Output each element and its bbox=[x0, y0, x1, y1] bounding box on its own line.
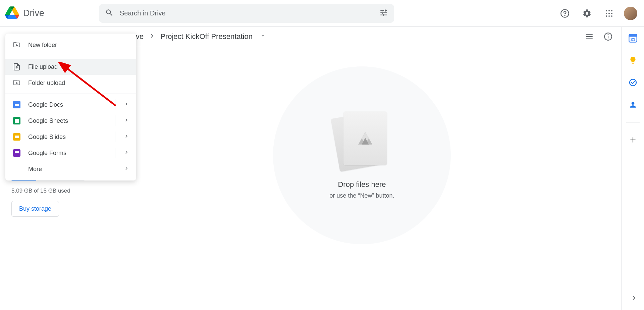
chevron-right-icon bbox=[123, 117, 129, 125]
menu-label: Google Sheets bbox=[28, 117, 68, 124]
slides-icon bbox=[12, 133, 21, 141]
menu-item-file-upload[interactable]: File upload bbox=[5, 59, 136, 75]
svg-point-4 bbox=[611, 10, 612, 11]
chevron-right-icon bbox=[123, 149, 129, 157]
menu-label: Folder upload bbox=[28, 80, 65, 87]
sheets-icon bbox=[12, 117, 21, 124]
main: ve Project KickOff Presentation bbox=[102, 27, 622, 310]
breadcrumb-dropdown-icon[interactable] bbox=[260, 33, 266, 40]
menu-separator bbox=[5, 56, 136, 56]
empty-illustration bbox=[332, 111, 392, 172]
folder-upload-icon bbox=[12, 79, 21, 87]
search-input[interactable] bbox=[119, 9, 379, 17]
chevron-right-icon bbox=[123, 133, 129, 141]
menu-item-more[interactable]: More bbox=[5, 161, 136, 177]
settings-button[interactable] bbox=[580, 6, 594, 21]
keep-icon[interactable] bbox=[628, 56, 638, 65]
menu-label: New folder bbox=[28, 42, 57, 49]
svg-text:31: 31 bbox=[631, 37, 635, 42]
add-addon-icon[interactable] bbox=[628, 135, 638, 145]
app-name: Drive bbox=[23, 8, 44, 18]
search-options-icon[interactable] bbox=[379, 8, 388, 18]
search-bar[interactable] bbox=[99, 4, 394, 23]
buy-storage-button[interactable]: Buy storage bbox=[11, 201, 59, 217]
header: Drive bbox=[0, 0, 644, 27]
menu-label: Google Forms bbox=[28, 150, 66, 157]
header-right bbox=[557, 6, 637, 21]
svg-point-1 bbox=[565, 15, 565, 15]
svg-point-5 bbox=[606, 13, 607, 14]
drop-zone[interactable]: Drop files here or use the “New” button. bbox=[273, 66, 451, 244]
chevron-right-icon bbox=[123, 165, 129, 173]
chevron-right-icon bbox=[123, 101, 129, 109]
menu-label: File upload bbox=[28, 63, 58, 70]
storage-used-text: 5.09 GB of 15 GB used bbox=[11, 188, 92, 194]
menu-item-google-docs[interactable]: Google Docs bbox=[5, 97, 136, 113]
svg-rect-15 bbox=[629, 34, 637, 37]
file-upload-icon bbox=[12, 63, 21, 71]
logo-wrap[interactable]: Drive bbox=[5, 6, 99, 20]
svg-point-9 bbox=[608, 15, 610, 17]
svg-point-6 bbox=[608, 13, 610, 14]
collapse-sidepanel-icon[interactable] bbox=[630, 294, 638, 303]
drop-subtitle: or use the “New” button. bbox=[329, 192, 394, 199]
menu-label: More bbox=[28, 166, 42, 173]
svg-point-3 bbox=[608, 10, 610, 11]
tasks-icon[interactable] bbox=[628, 78, 638, 87]
menu-label: Google Docs bbox=[28, 101, 63, 108]
forms-icon bbox=[12, 149, 21, 157]
breadcrumb-parent-fragment[interactable]: ve bbox=[136, 32, 144, 41]
menu-item-google-slides[interactable]: Google Slides bbox=[5, 129, 136, 145]
new-folder-icon bbox=[12, 41, 21, 49]
breadcrumb-current[interactable]: Project KickOff Presentation bbox=[160, 32, 253, 41]
svg-point-7 bbox=[611, 13, 612, 14]
svg-point-8 bbox=[606, 15, 607, 17]
drop-title: Drop files here bbox=[338, 180, 386, 189]
help-button[interactable] bbox=[557, 6, 572, 21]
apps-button[interactable] bbox=[602, 6, 616, 21]
svg-point-2 bbox=[606, 10, 607, 11]
menu-separator bbox=[5, 94, 136, 94]
svg-point-13 bbox=[608, 35, 608, 35]
svg-point-10 bbox=[611, 15, 612, 17]
new-menu: New folder File upload Folder upload Goo… bbox=[5, 34, 136, 180]
search-icon bbox=[105, 8, 114, 18]
details-button[interactable] bbox=[601, 30, 615, 43]
chevron-right-icon bbox=[148, 32, 156, 41]
menu-item-folder-upload[interactable]: Folder upload bbox=[5, 75, 136, 91]
side-panel-divider bbox=[626, 122, 640, 122]
menu-item-new-folder[interactable]: New folder bbox=[5, 37, 136, 53]
calendar-icon[interactable]: 31 bbox=[628, 34, 638, 43]
toolbar: ve Project KickOff Presentation bbox=[102, 27, 622, 46]
menu-item-google-sheets[interactable]: Google Sheets bbox=[5, 113, 136, 129]
docs-icon bbox=[12, 101, 21, 108]
svg-point-18 bbox=[632, 102, 635, 105]
empty-state: Drop files here or use the “New” button. bbox=[102, 46, 622, 310]
account-avatar[interactable] bbox=[624, 7, 637, 20]
contacts-icon[interactable] bbox=[628, 100, 638, 109]
menu-item-google-forms[interactable]: Google Forms bbox=[5, 145, 136, 161]
drive-logo-icon bbox=[5, 6, 19, 20]
side-panel: 31 bbox=[622, 27, 644, 310]
list-view-button[interactable] bbox=[583, 30, 596, 43]
menu-label: Google Slides bbox=[28, 134, 66, 141]
